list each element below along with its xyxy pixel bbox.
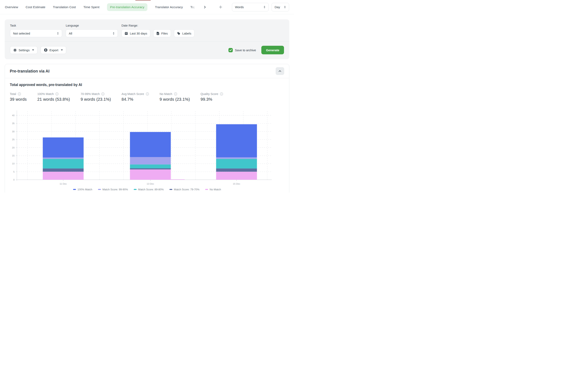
tab-time-spent[interactable]: Time Spent [83,3,99,11]
chart-subtitle: Total approved words, pre-translated by … [10,83,284,87]
language-select-value: All [69,32,72,35]
collapse-section-button[interactable] [276,67,284,75]
caret-down-icon [61,49,63,51]
stat-100-match: 100% Match 21 words (53.8%) [37,92,70,102]
generate-button[interactable]: Generate [261,46,284,54]
svg-text:35: 35 [12,122,15,125]
svg-text:0: 0 [13,178,15,181]
stat-total: Total 39 words [10,92,27,102]
check-icon [229,49,232,51]
legend-label: Match Score: 89-80% [138,188,164,191]
tag-icon [177,32,181,35]
stat-label: No Match [160,92,172,96]
gear-icon [13,48,17,52]
bar-segment[interactable] [130,168,171,170]
chart-canvas: 051015202530354011 Dec13 Dec15 Dec [10,107,284,186]
info-icon[interactable] [174,92,177,96]
date-range-button[interactable]: Last 30 days [122,29,150,37]
stat-label: Quality Score [201,92,218,96]
card-title: Pre-translation via AI [10,69,49,74]
legend-item-match-score-89-80-[interactable]: Match Score: 89-80% [134,188,164,191]
legend-item-100-match[interactable]: 100% Match [73,188,92,191]
bar-segment[interactable] [43,157,84,159]
bar-segment[interactable] [216,172,257,180]
stacked-bar-chart: 051015202530354011 Dec13 Dec15 Dec 100% … [10,107,284,191]
stat-label: Total [10,92,16,96]
svg-text:10: 10 [12,162,15,165]
bar-segment[interactable] [130,157,171,164]
svg-text:15: 15 [12,154,15,157]
labels-label: Labels [182,32,191,35]
task-select[interactable]: Not selected [10,29,62,37]
language-select[interactable]: All [66,29,118,37]
settings-button[interactable]: Settings [10,46,37,54]
svg-text:20: 20 [12,147,15,149]
period-select[interactable]: Day [272,3,289,11]
bar-segment[interactable] [130,132,171,157]
info-icon[interactable] [146,92,149,96]
bar-segment[interactable] [216,124,257,157]
svg-text:30: 30 [12,130,15,133]
stat-value: 9 words (23.1%) [160,97,190,102]
files-button[interactable]: Files [153,29,171,37]
files-label: Files [161,32,168,35]
legend-item-no-match[interactable]: No Match [205,188,221,191]
tabs-list: OverviewCost EstimateTranslation CostTim… [5,3,230,11]
unit-select-value: Words [235,5,244,9]
settings-label: Settings [19,48,30,52]
labels-button[interactable]: Labels [174,29,194,37]
stat-value: 39 words [10,97,27,102]
info-icon[interactable] [18,92,21,96]
task-field: Task Not selected [10,24,62,37]
window-artifact-line [135,0,151,0]
legend-item-match-score-79-70-[interactable]: Match Score: 79-70% [169,188,199,191]
bar-segment[interactable] [43,172,84,180]
tabs-scroll-right-button[interactable] [203,5,207,9]
bar-segment[interactable] [216,157,257,159]
language-field: Language All [66,24,118,37]
date-range-value: Last 30 days [130,32,147,35]
add-tab-button[interactable] [218,5,223,9]
info-icon[interactable] [55,92,59,96]
date-range-field: Date Range: Last 30 days [122,24,194,37]
x-axis-label: 15 Dec [233,183,240,185]
legend-label: Match Score: 79-70% [174,188,199,191]
x-axis-label: 11 Dec [60,183,67,185]
tab-overview[interactable]: Overview [5,3,18,11]
info-icon[interactable] [220,92,223,96]
bar-segment[interactable] [130,170,171,180]
filter-panel: Task Not selected Language All Date Rang… [5,20,289,59]
chevron-up-icon [278,70,281,72]
file-icon [156,32,159,35]
stat-value: 84.7% [122,97,149,102]
bar-segment[interactable] [216,169,257,172]
tab-translation-cost[interactable]: Translation Cost [53,3,76,11]
download-icon [44,48,48,52]
bar-segment[interactable] [216,159,257,169]
report-tab-bar: OverviewCost EstimateTranslation CostTim… [0,0,294,14]
tab-cost-estimate[interactable]: Cost Estimate [26,3,45,11]
calendar-icon [125,32,128,35]
tab-overflow-truncated[interactable]: Top [190,5,195,9]
stat-value: 99.3% [201,97,223,102]
stat-quality-score: Quality Score 99.3% [201,92,223,102]
sort-arrows-icon [57,32,59,35]
info-icon[interactable] [101,92,105,96]
legend-swatch [205,189,208,190]
tab-translator-accuracy[interactable]: Translator Accuracy [155,3,183,11]
legend-item-match-score-99-90-[interactable]: Match Score: 99-90% [98,188,128,191]
stat-value: 21 words (53.8%) [37,97,70,102]
save-to-archive-checkbox[interactable]: Save to archive [229,48,256,52]
stat-70-99-match: 70-99% Match 9 words (23.1%) [81,92,111,102]
bar-segment[interactable] [43,169,84,172]
bar-segment[interactable] [130,164,171,168]
plus-icon [219,5,222,9]
bar-segment[interactable] [43,159,84,169]
bar-segment[interactable] [43,137,84,157]
legend-label: Match Score: 99-90% [103,188,128,191]
tab-pre-translation-accuracy[interactable]: Pre-translation Accuracy [107,3,147,11]
unit-select[interactable]: Words [232,3,269,11]
date-range-label: Date Range: [122,24,194,27]
export-button[interactable]: Export [41,46,66,54]
chevron-right-icon [204,6,206,9]
